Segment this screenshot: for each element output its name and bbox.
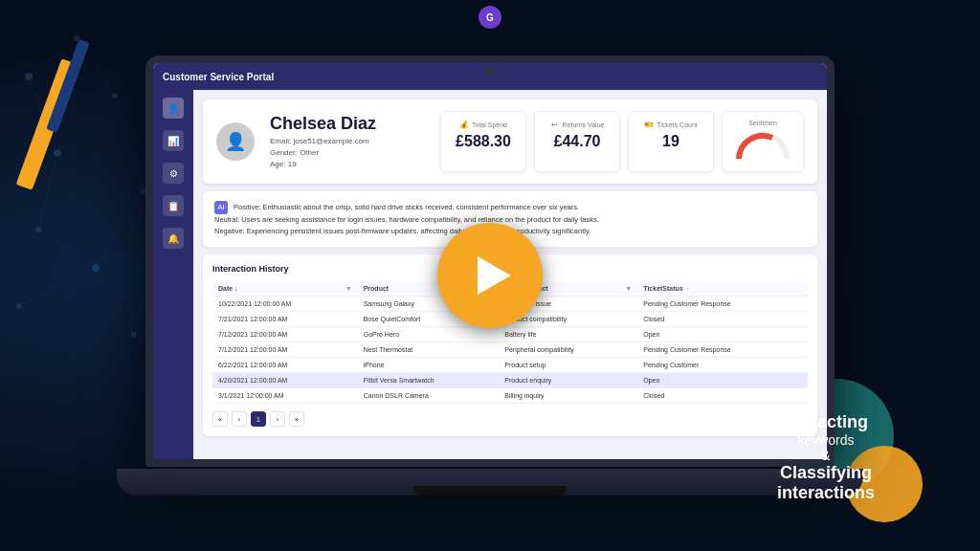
- gender-label: Gender:: [270, 148, 298, 157]
- table-row[interactable]: 7/12/2021 12:00:00 AM GoPro Hero Battery…: [212, 327, 808, 342]
- laptop-camera: [486, 67, 494, 75]
- sidebar-item-notifications[interactable]: 🔔: [163, 228, 184, 249]
- customer-header: 👤 Chelsea Diaz Email: jose51@example.com…: [203, 99, 817, 184]
- cell-subject: Product setup: [499, 358, 637, 373]
- svg-line-14: [96, 191, 144, 268]
- age-value: 19: [288, 160, 297, 168]
- cell-product: Canon DSLR Camera: [358, 388, 500, 404]
- svg-line-12: [115, 96, 144, 191]
- tickets-icon: 🎫: [644, 120, 654, 129]
- gender-value: Other: [300, 148, 319, 157]
- email-label: Email:: [270, 137, 291, 145]
- cell-status: Open: [637, 327, 808, 342]
- subject-filter-icon[interactable]: ▼: [625, 285, 632, 292]
- metric-total-spend: 💰 Total Spend £588.30: [440, 111, 526, 172]
- cell-subject: Product enquiry: [499, 373, 637, 388]
- returns-icon: ↩: [550, 120, 560, 129]
- play-triangle-icon: [478, 256, 511, 295]
- cell-subject: Billing inquiry: [499, 388, 637, 404]
- ai-neutral: Neutral: Users are seeking assistance fo…: [214, 215, 599, 224]
- cell-date: 3/1/2021 12:00:00 AM: [212, 388, 358, 404]
- cell-status: Pending Customer: [637, 358, 808, 373]
- svg-line-16: [19, 268, 96, 306]
- customer-name: Chelsea Diaz: [270, 114, 425, 134]
- ai-positive: Positive: Enthusiastic about the crisp, …: [234, 203, 579, 211]
- returns-title: ↩ Returns Value: [546, 120, 608, 129]
- laptop-base: [117, 469, 863, 496]
- cell-product: Nest Thermostat: [358, 342, 500, 358]
- cell-date: 10/22/2021 12:00:00 AM: [212, 297, 358, 312]
- spend-icon: 💰: [459, 120, 469, 129]
- cell-date: 7/12/2021 12:00:00 AM: [212, 342, 358, 358]
- overlay-line2: keywords: [777, 432, 875, 448]
- tickets-value: 19: [640, 133, 702, 150]
- total-spend-title: 💰 Total Spend: [453, 120, 514, 129]
- cell-product: iPhone: [358, 358, 500, 373]
- laptop-base-notch: [413, 486, 567, 496]
- sidebar: 👤 📊 ⚙ 📋 🔔: [153, 90, 193, 459]
- cell-subject: Battery life: [499, 327, 637, 342]
- table-row[interactable]: 4/20/2021 12:00:00 AM Fitbit Versa Smart…: [212, 373, 808, 388]
- pagination-last[interactable]: »: [289, 411, 304, 427]
- metric-cards: 💰 Total Spend £588.30 ↩ Returns Value: [440, 111, 804, 172]
- pagination: « ‹ 1 › »: [212, 411, 808, 427]
- table-row[interactable]: 3/1/2021 12:00:00 AM Canon DSLR Camera B…: [212, 388, 808, 404]
- svg-line-15: [38, 230, 96, 268]
- cell-status: Pending Customer Response: [637, 297, 808, 312]
- cell-status: Pending Customer Response: [637, 342, 808, 358]
- cell-product: Fitbit Versa Smartwatch: [358, 373, 500, 388]
- pagination-current[interactable]: 1: [251, 411, 266, 427]
- tickets-title: 🎫 Tickets Count: [640, 120, 702, 129]
- cell-date: 4/20/2021 12:00:00 AM: [212, 373, 358, 388]
- sidebar-item-analytics[interactable]: 📊: [163, 130, 184, 151]
- email-value: jose51@example.com: [293, 137, 368, 145]
- sentiment-gauge: [734, 130, 791, 164]
- customer-details: Email: jose51@example.com Gender: Other …: [270, 136, 425, 170]
- portal-title: Customer Service Portal: [163, 72, 274, 82]
- customer-info: Chelsea Diaz Email: jose51@example.com G…: [270, 114, 425, 170]
- sentiment-title: Sentimen: [748, 120, 777, 126]
- play-button[interactable]: [437, 223, 543, 328]
- ai-icon: AI: [214, 201, 228, 214]
- sidebar-item-settings[interactable]: ⚙: [163, 163, 184, 184]
- cell-date: 7/12/2021 12:00:00 AM: [212, 327, 358, 342]
- overlay-ampersand: &: [777, 448, 875, 463]
- cell-status: Closed: [637, 388, 808, 404]
- total-spend-value: £588.30: [453, 133, 514, 150]
- metric-sentiment: Sentimen: [722, 111, 804, 172]
- cell-date: 6/22/2021 12:00:00 AM: [212, 358, 358, 373]
- col-date: Date ↓ ▼: [212, 281, 358, 297]
- table-row[interactable]: 6/22/2021 12:00:00 AM iPhone Product set…: [212, 358, 808, 373]
- cell-subject: Peripheral compatibility: [499, 342, 637, 358]
- ai-negative: Negative: Experiencing persistent issues…: [214, 227, 590, 235]
- pagination-next[interactable]: ›: [270, 411, 285, 427]
- sidebar-item-reports[interactable]: 📋: [163, 195, 184, 216]
- cell-status: Closed: [637, 312, 808, 327]
- cell-date: 7/21/2021 12:00:00 AM: [212, 312, 358, 327]
- sidebar-item-home[interactable]: 👤: [163, 98, 184, 119]
- age-label: Age:: [270, 160, 285, 168]
- table-row[interactable]: 7/12/2021 12:00:00 AM Nest Thermostat Pe…: [212, 342, 808, 358]
- pagination-prev[interactable]: ‹: [232, 411, 247, 427]
- returns-value: £44.70: [546, 133, 608, 150]
- logo-circle: G: [479, 6, 501, 29]
- metric-tickets: 🎫 Tickets Count 19: [628, 111, 714, 172]
- overlay-line4: interactions: [777, 483, 875, 503]
- cell-product: GoPro Hero: [358, 327, 500, 342]
- metric-returns: ↩ Returns Value £44.70: [534, 111, 620, 172]
- svg-line-17: [96, 268, 134, 335]
- date-filter-icon[interactable]: ▼: [345, 285, 352, 292]
- col-ticket-status: TicketStatus: [637, 281, 808, 297]
- top-logo: G: [479, 6, 501, 29]
- pagination-first[interactable]: «: [212, 411, 228, 427]
- text-overlay: Extracting keywords & Classifying intera…: [777, 412, 875, 503]
- customer-avatar: 👤: [216, 122, 255, 161]
- cell-status: Open: [637, 373, 808, 388]
- overlay-line3: Classifying: [777, 463, 875, 483]
- overlay-line1: Extracting: [777, 412, 875, 432]
